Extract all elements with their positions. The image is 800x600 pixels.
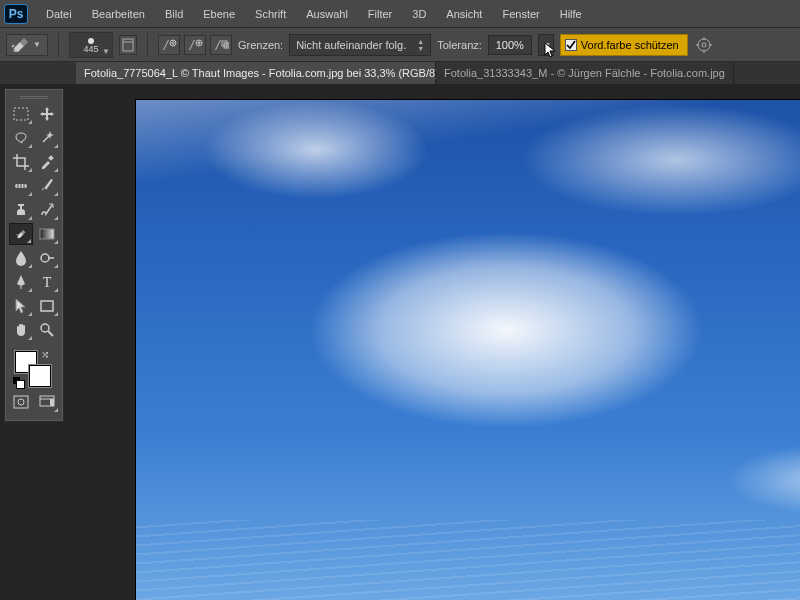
workspace [0,84,800,600]
bg-eraser-tool[interactable] [9,223,33,245]
options-bar: ▼ 445 ▼ Grenzen: Nicht aufeinander folg.… [0,28,800,62]
lasso-tool[interactable] [9,127,33,149]
limits-label: Grenzen: [238,39,283,51]
path-select-tool[interactable] [9,295,33,317]
brush-preset-picker[interactable]: 445 ▼ [69,32,113,58]
svg-line-18 [43,135,50,142]
default-colors-icon[interactable] [13,377,23,387]
magic-wand-tool[interactable] [35,127,59,149]
history-brush-tool[interactable] [35,199,59,221]
document-tab[interactable]: Fotolia_7775064_L © Thaut Images - Fotol… [76,62,436,84]
limits-select[interactable]: Nicht aufeinander folg. ▲▼ [289,34,431,56]
toolbox: T ⤭ [4,88,64,422]
svg-rect-34 [14,396,28,408]
menu-item-schrift[interactable]: Schrift [247,4,294,24]
separator [58,33,59,57]
document-tab[interactable]: Fotolia_31333343_M - © Jürgen Fälchle - … [436,62,734,84]
eyedropper-tool[interactable] [35,151,59,173]
document-tab-bar: Fotolia_7775064_L © Thaut Images - Fotol… [0,62,800,84]
background-swatch[interactable] [29,365,51,387]
protect-foreground-label: Vord.farbe schützen [581,39,679,51]
document-tab-label: Fotolia_31333343_M - © Jürgen Fälchle - … [444,67,725,79]
menu-item-datei[interactable]: Datei [38,4,80,24]
menu-item-filter[interactable]: Filter [360,4,400,24]
sampling-continuous-icon[interactable] [158,35,180,55]
svg-rect-25 [18,204,24,206]
brush-tool[interactable] [35,175,59,197]
limits-value: Nicht aufeinander folg. [296,39,406,51]
menu-item-auswahl[interactable]: Auswahl [298,4,356,24]
menu-item-ansicht[interactable]: Ansicht [438,4,490,24]
svg-line-33 [48,331,53,336]
pressure-size-icon[interactable] [694,35,714,55]
brush-panel-toggle[interactable] [119,35,137,55]
type-tool[interactable]: T [35,271,59,293]
dropdown-arrow-icon: ▼ [102,47,110,56]
dropdown-arrow-icon: ▲▼ [413,38,424,52]
dodge-tool[interactable] [35,247,59,269]
document-tab-label: Fotolia_7775064_L © Thaut Images - Fotol… [84,67,446,79]
svg-point-27 [41,254,49,262]
menu-item-bild[interactable]: Bild [157,4,191,24]
svg-rect-17 [14,108,28,120]
dropdown-arrow-icon: ▼ [540,41,551,48]
svg-point-8 [198,42,200,44]
svg-point-32 [41,324,49,332]
sampling-swatch-icon[interactable] [210,35,232,55]
menu-bar: Ps Datei Bearbeiten Bild Ebene Schrift A… [0,0,800,28]
svg-rect-0 [123,39,133,51]
dropdown-arrow-icon: ▼ [31,40,43,49]
blur-tool[interactable] [9,247,33,269]
svg-rect-26 [40,229,54,239]
tool-preset-picker[interactable]: ▼ [6,34,48,56]
menu-item-ebene[interactable]: Ebene [195,4,243,24]
shape-tool[interactable] [35,295,59,317]
menu-item-hilfe[interactable]: Hilfe [552,4,590,24]
sampling-once-icon[interactable] [184,35,206,55]
svg-rect-10 [224,43,229,48]
panel-grip[interactable] [9,93,59,101]
tolerance-dropdown[interactable]: ▼ [538,34,554,56]
hand-tool[interactable] [9,319,33,341]
canvas[interactable] [136,100,800,600]
marquee-tool[interactable] [9,103,33,125]
checkbox-icon [565,39,577,51]
menu-item-bearbeiten[interactable]: Bearbeiten [84,4,153,24]
svg-point-12 [702,43,706,47]
protect-foreground-checkbox[interactable]: Vord.farbe schützen [560,34,688,56]
crop-tool[interactable] [9,151,33,173]
tolerance-input[interactable]: 100% [488,35,532,55]
quickmask-toggle[interactable] [9,391,33,413]
brush-size-label: 445 [83,44,98,54]
healing-brush-tool[interactable] [9,175,33,197]
svg-text:T: T [43,275,52,289]
app-logo: Ps [4,4,28,24]
pen-tool[interactable] [9,271,33,293]
move-tool[interactable] [35,103,59,125]
svg-rect-19 [48,155,54,161]
gradient-tool[interactable] [35,223,59,245]
tolerance-label: Toleranz: [437,39,482,51]
screen-mode-toggle[interactable] [35,391,59,413]
sampling-mode-group [158,35,232,55]
menu-item-fenster[interactable]: Fenster [494,4,547,24]
separator [147,33,148,57]
swap-colors-icon[interactable]: ⤭ [41,349,49,360]
svg-point-11 [698,39,710,51]
color-swatches[interactable]: ⤭ [9,349,59,387]
svg-rect-31 [41,301,53,311]
bg-eraser-icon [11,37,29,53]
clone-stamp-tool[interactable] [9,199,33,221]
menu-item-3d[interactable]: 3D [404,4,434,24]
zoom-tool[interactable] [35,319,59,341]
svg-point-35 [18,399,24,405]
